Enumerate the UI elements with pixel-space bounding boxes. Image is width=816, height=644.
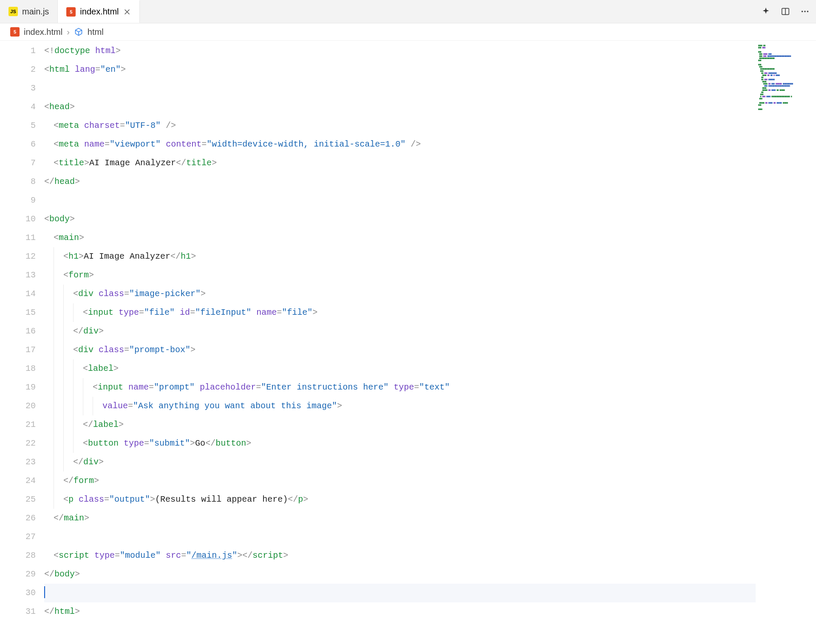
svg-point-3 <box>804 11 806 12</box>
line-number: 3 <box>0 79 36 98</box>
code-line[interactable]: <main> <box>44 229 816 247</box>
line-number: 19 <box>0 378 36 397</box>
line-number: 17 <box>0 341 36 359</box>
line-number: 28 <box>0 546 36 565</box>
code-line[interactable]: <meta name="viewport" content="width=dev… <box>44 135 816 154</box>
tab-main-js[interactable]: JS main.js <box>0 0 58 23</box>
html-icon: 5 <box>10 27 20 37</box>
line-number: 27 <box>0 528 36 546</box>
line-number: 31 <box>0 602 36 621</box>
code-line[interactable]: <form> <box>44 266 816 285</box>
line-number: 6 <box>0 135 36 154</box>
code-line[interactable]: </body> <box>44 565 816 584</box>
line-number: 5 <box>0 116 36 135</box>
line-number: 24 <box>0 472 36 490</box>
line-number: 16 <box>0 322 36 341</box>
breadcrumb-file[interactable]: index.html <box>24 27 62 37</box>
tab-actions <box>761 0 816 23</box>
code-line[interactable]: <div class="prompt-box"> <box>44 341 816 359</box>
code-line[interactable]: <h1>AI Image Analyzer</h1> <box>44 247 816 266</box>
code-line[interactable]: </html> <box>44 602 816 621</box>
code-line[interactable]: <p class="output">(Results will appear h… <box>44 490 816 509</box>
line-number: 20 <box>0 397 36 415</box>
code-line[interactable]: </label> <box>44 415 816 434</box>
line-number: 10 <box>0 210 36 229</box>
code-line[interactable]: <label> <box>44 359 816 378</box>
chevron-right-icon: › <box>67 27 70 37</box>
line-number: 22 <box>0 434 36 453</box>
code-line[interactable]: <input name="prompt" placeholder="Enter … <box>44 378 816 397</box>
code-line[interactable]: <div class="image-picker"> <box>44 285 816 303</box>
code-area[interactable]: <!doctype html><html lang="en"><head><me… <box>44 41 816 644</box>
close-icon[interactable] <box>123 8 131 16</box>
code-line[interactable]: </div> <box>44 322 816 341</box>
line-number: 7 <box>0 154 36 172</box>
code-line[interactable]: <input type="file" id="fileInput" name="… <box>44 303 816 322</box>
more-icon[interactable] <box>800 6 810 17</box>
code-line[interactable]: <head> <box>44 98 816 116</box>
tab-label: main.js <box>22 7 49 17</box>
svg-point-2 <box>802 11 803 12</box>
line-number: 9 <box>0 191 36 210</box>
line-number: 1 <box>0 42 36 60</box>
code-line[interactable] <box>44 584 816 602</box>
code-line[interactable]: value="Ask anything you want about this … <box>44 397 816 415</box>
breadcrumb: 5 index.html › html <box>0 23 816 41</box>
code-line[interactable] <box>44 528 816 546</box>
line-number: 18 <box>0 359 36 378</box>
sparkle-icon[interactable] <box>761 6 771 17</box>
breadcrumb-symbol[interactable]: html <box>88 27 104 37</box>
code-line[interactable]: <button type="submit">Go</button> <box>44 434 816 453</box>
html-icon: 5 <box>66 7 76 17</box>
code-line[interactable]: <!doctype html> <box>44 42 816 60</box>
line-number: 15 <box>0 303 36 322</box>
editor[interactable]: 1234567891011121314151617181920212223242… <box>0 41 816 644</box>
cursor <box>44 586 45 598</box>
line-number-gutter: 1234567891011121314151617181920212223242… <box>0 41 44 644</box>
line-number: 8 <box>0 172 36 191</box>
tab-bar: JS main.js 5 index.html <box>0 0 816 23</box>
line-number: 13 <box>0 266 36 285</box>
split-editor-icon[interactable] <box>780 6 790 17</box>
line-number: 26 <box>0 509 36 528</box>
code-line[interactable]: </main> <box>44 509 816 528</box>
line-number: 12 <box>0 247 36 266</box>
svg-point-4 <box>807 11 809 12</box>
code-line[interactable]: </head> <box>44 172 816 191</box>
code-line[interactable]: <html lang="en"> <box>44 60 816 79</box>
cube-icon <box>74 27 83 37</box>
tab-label: index.html <box>80 7 119 17</box>
code-line[interactable] <box>44 191 816 210</box>
line-number: 29 <box>0 565 36 584</box>
code-line[interactable]: <title>AI Image Analyzer</title> <box>44 154 816 172</box>
js-icon: JS <box>8 7 18 16</box>
code-line[interactable]: <body> <box>44 210 816 229</box>
minimap[interactable]: ▆▆▆▆ ▆▆ ▆▆▆ ▆▆▆ ▆▆▆ ▆▆▆ ▆▆▆▆ ▆▆▆ ▆▆▆ ▆▆▆… <box>756 41 816 644</box>
tab-index-html[interactable]: 5 index.html <box>58 0 139 23</box>
line-number: 25 <box>0 490 36 509</box>
line-number: 23 <box>0 453 36 472</box>
line-number: 14 <box>0 285 36 303</box>
line-number: 2 <box>0 60 36 79</box>
line-number: 11 <box>0 229 36 247</box>
line-number: 21 <box>0 415 36 434</box>
line-number: 30 <box>0 584 36 602</box>
code-line[interactable]: <meta charset="UTF-8" /> <box>44 116 816 135</box>
line-number: 4 <box>0 98 36 116</box>
code-line[interactable] <box>44 79 816 98</box>
code-line[interactable]: </div> <box>44 453 816 472</box>
code-line[interactable]: </form> <box>44 472 816 490</box>
code-line[interactable]: <script type="module" src="/main.js"></s… <box>44 546 816 565</box>
